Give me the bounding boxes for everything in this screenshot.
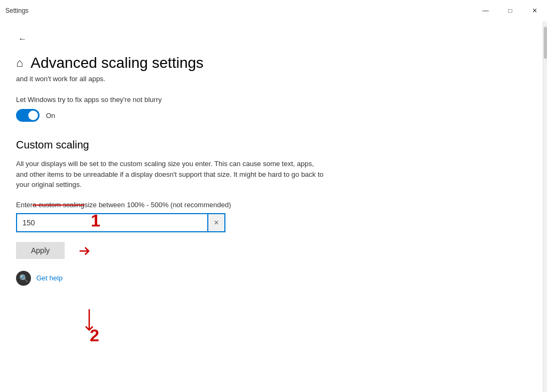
enter-prefix: Enter [16,201,33,209]
home-icon: ⌂ [16,56,23,70]
titlebar-left: Settings [5,7,28,14]
custom-scaling-description: All your displays will be set to the cus… [16,159,326,190]
subtitle-text: and it won't work for all apps. [16,75,527,83]
window-title: Settings [5,7,28,14]
scrollbar-track[interactable] [543,21,547,392]
help-icon: 🔍 [16,271,31,286]
titlebar-controls: — □ ✕ [473,0,547,21]
enter-suffix: size between 100% - 500% (not recommende… [84,201,231,209]
back-button[interactable]: ← [16,32,29,46]
settings-window: Settings — □ ✕ ← ⌂ Advanced scaling sett… [0,0,547,392]
toggle-row: On [16,109,527,122]
strikethrough-text: a custom scaling [33,201,84,209]
annotation-number-2: 2 [90,326,99,345]
titlebar: Settings — □ ✕ [0,0,547,21]
input-row: ✕ [16,213,527,232]
annotation-arrow-1 [79,245,92,260]
help-icon-symbol: 🔍 [19,274,28,283]
page-title-area: ⌂ Advanced scaling settings [16,54,527,72]
minimize-button[interactable]: — [473,0,498,21]
main-content: ← ⌂ Advanced scaling settings and it won… [0,21,543,392]
blur-fix-toggle[interactable] [16,109,40,122]
apply-button[interactable]: Apply [16,242,65,259]
page-title: Advanced scaling settings [30,54,204,72]
get-help-link[interactable]: Get help [36,274,62,282]
annotation-arrow-2 [83,309,96,338]
arrow-right-icon [79,245,92,257]
back-header: ← [16,32,527,46]
maximize-button[interactable]: □ [498,0,522,21]
enter-label: Enter a custom scaling size between 100%… [16,201,527,209]
scaling-input[interactable] [16,213,208,232]
arrow-down-icon [83,309,96,335]
get-help-row: 🔍 Get help [16,271,527,286]
toggle-knob [28,111,38,120]
scrollbar-thumb[interactable] [544,27,547,59]
input-clear-button[interactable]: ✕ [208,213,225,232]
custom-scaling-title: Custom scaling [16,139,527,151]
content-area: ← ⌂ Advanced scaling settings and it won… [0,21,547,392]
clear-icon: ✕ [214,219,219,226]
toggle-state-label: On [46,112,55,120]
blur-fix-label: Let Windows try to fix apps so they're n… [16,96,527,104]
close-button[interactable]: ✕ [522,0,547,21]
annotation-2: 2 [90,326,99,346]
